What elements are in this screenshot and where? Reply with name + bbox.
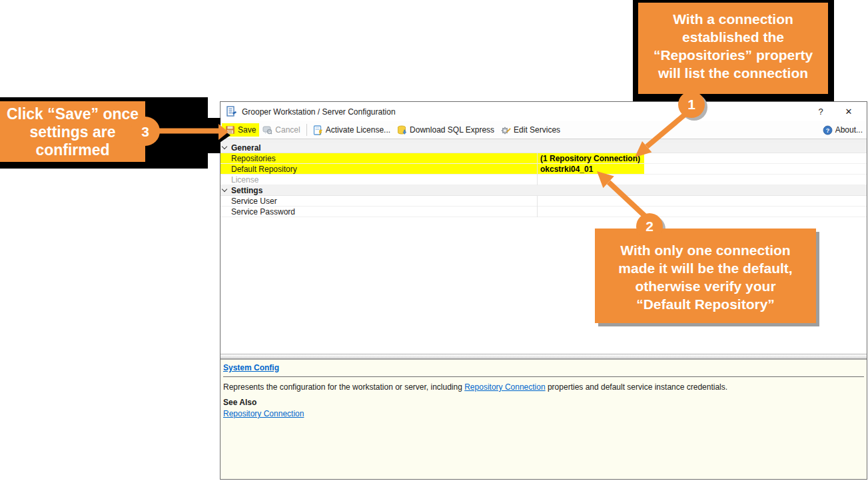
callout-1-line: will list the connection	[638, 64, 828, 82]
window-close-button[interactable]: ✕	[839, 105, 859, 119]
property-value	[537, 175, 867, 185]
callout-3: Click “Save” once settings are confirmed	[0, 101, 145, 162]
collapse-chevron-icon[interactable]	[220, 189, 228, 191]
callout-1-line: established the	[638, 28, 828, 46]
about-label: About...	[835, 125, 863, 135]
toolbar-separator	[306, 124, 307, 136]
save-label: Save	[238, 125, 256, 135]
activate-license-icon	[313, 125, 323, 135]
title-bar: Grooper Workstation / Server Configurati…	[220, 102, 867, 121]
callout-1-line: “Repositories” property	[638, 46, 828, 64]
svg-text:?: ?	[825, 127, 829, 134]
callout-3-line: confirmed	[0, 141, 145, 159]
property-value[interactable]	[537, 196, 867, 207]
edit-services-button[interactable]: Edit Services	[498, 123, 564, 137]
save-icon	[225, 125, 235, 135]
property-label: Default Repository	[228, 165, 537, 174]
property-label: Service User	[228, 197, 537, 206]
window-help-button[interactable]: ?	[811, 105, 831, 119]
toolbar: Save Cancel Activate License...	[220, 121, 867, 139]
callout-3-shadow-ext	[203, 118, 220, 153]
help-description-text: properties and default service instance …	[546, 382, 728, 392]
help-description-text: Represents the configuration for the wor…	[223, 382, 464, 392]
callout-1: With a connection established the “Repos…	[638, 3, 828, 94]
cancel-button[interactable]: Cancel	[259, 123, 303, 137]
callout-2-line: “Default Repository”	[595, 295, 816, 313]
see-also-heading: See Also	[223, 398, 864, 407]
property-value[interactable]: okcstrki04_01	[537, 164, 867, 175]
download-sql-button[interactable]: Download SQL Express	[394, 123, 498, 137]
activate-license-button[interactable]: Activate License...	[310, 123, 394, 137]
property-row-default-repository[interactable]: Default Repository okcstrki04_01	[220, 164, 867, 175]
callout-3-line: settings are	[0, 123, 145, 141]
cancel-label: Cancel	[275, 125, 300, 135]
cancel-icon	[262, 125, 272, 135]
property-row-service-user[interactable]: Service User	[220, 196, 867, 207]
property-label: License	[228, 175, 537, 185]
property-value[interactable]: (1 Repository Connection)	[537, 153, 867, 164]
help-title-link[interactable]: System Config	[223, 363, 279, 372]
category-row-settings[interactable]: Settings	[220, 185, 867, 196]
help-description: Represents the configuration for the wor…	[223, 382, 864, 392]
callout-3-line: Click “Save” once	[0, 105, 145, 123]
download-sql-icon	[397, 125, 407, 135]
app-icon	[226, 106, 237, 117]
activate-license-label: Activate License...	[326, 125, 390, 135]
property-row-repositories[interactable]: Repositories (1 Repository Connection)	[220, 153, 867, 164]
property-label: Repositories	[228, 154, 537, 163]
repository-connection-link[interactable]: Repository Connection	[223, 409, 304, 418]
about-button[interactable]: ? About...	[823, 125, 863, 135]
help-panel: System Config Represents the configurati…	[220, 359, 867, 479]
splitter-bar[interactable]	[220, 354, 867, 359]
property-label: Service Password	[228, 207, 537, 217]
edit-services-icon	[501, 125, 511, 135]
edit-services-label: Edit Services	[514, 125, 560, 135]
category-label: Settings	[228, 186, 537, 195]
help-divider	[223, 376, 864, 377]
category-label: General	[228, 143, 537, 153]
callout-2-line: otherwise verify your	[595, 277, 816, 295]
category-row-general[interactable]: General	[220, 143, 867, 153]
repository-connection-inline-link[interactable]: Repository Connection	[464, 382, 545, 392]
save-button[interactable]: Save	[222, 123, 259, 137]
download-sql-label: Download SQL Express	[410, 125, 494, 135]
property-row-license: License	[220, 175, 867, 185]
callout-2-line: With only one connection	[595, 241, 816, 259]
about-icon: ?	[823, 125, 833, 135]
collapse-chevron-icon[interactable]	[220, 147, 228, 149]
window-title: Grooper Workstation / Server Configurati…	[242, 107, 396, 117]
callout-2: With only one connection made it will be…	[595, 229, 816, 323]
property-value[interactable]	[537, 207, 867, 217]
property-row-service-password[interactable]: Service Password	[220, 207, 867, 217]
callout-1-line: With a connection	[638, 10, 828, 28]
callout-2-line: made it will be the default,	[595, 259, 816, 277]
